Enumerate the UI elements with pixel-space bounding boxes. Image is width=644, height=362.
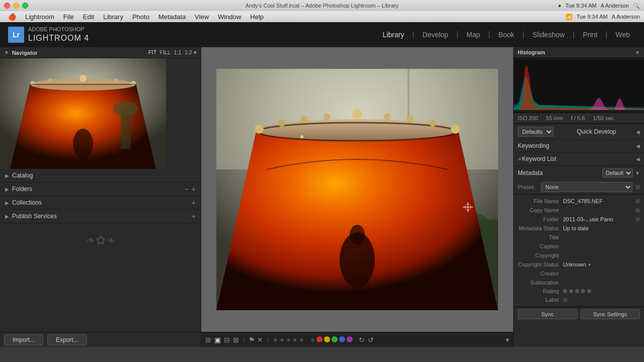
label-red[interactable] <box>316 336 323 342</box>
main-photo <box>216 69 498 310</box>
navigator-header: ▼ Navigator FIT FILL 1:1 1:2 ▾ <box>0 47 201 58</box>
menu-help[interactable]: Help <box>246 12 268 22</box>
folder-edit-btn[interactable]: ⊞ <box>635 216 640 223</box>
apple-menu[interactable]: 🍎 <box>4 13 20 21</box>
keywording-header[interactable]: Keywording ◀ <box>514 140 644 152</box>
copyright-status-chevron[interactable]: ▾ <box>588 262 591 267</box>
publish-header[interactable]: ▶ Publish Services + <box>0 210 201 223</box>
flag-btn[interactable]: ⚑ <box>249 336 255 344</box>
maximize-button[interactable] <box>22 3 28 9</box>
grid-view-btn[interactable]: ⊞ <box>205 336 211 344</box>
copy-name-edit-btn[interactable]: ⊞ <box>635 207 640 214</box>
caption-input[interactable] <box>563 243 640 249</box>
folders-plus-btn[interactable]: + <box>192 186 196 193</box>
keyword-list-label: Keyword List <box>522 155 636 162</box>
star-4[interactable]: ★ <box>292 336 298 343</box>
rating-dots <box>563 289 591 293</box>
nav-1to1[interactable]: 1:1 <box>174 49 181 56</box>
publish-plus-btn[interactable]: + <box>192 213 196 220</box>
rating-label: Rating <box>518 288 563 294</box>
keyword-list-header[interactable]: + Keyword List ◀ <box>514 152 644 165</box>
menu-file[interactable]: File <box>59 12 78 22</box>
export-button[interactable]: Export... <box>47 334 87 345</box>
preset-edit-icon[interactable]: ⊞ <box>635 184 640 191</box>
search-icon[interactable]: 🔍 <box>633 3 640 9</box>
rotate-ccw-btn[interactable]: ↺ <box>368 336 374 344</box>
title-input[interactable] <box>563 234 640 240</box>
nav-map[interactable]: Map <box>460 29 486 41</box>
loupe-view-btn[interactable]: ▣ <box>214 336 221 344</box>
rotate-cw-btn[interactable]: ↻ <box>359 336 365 344</box>
collections-header[interactable]: ▶ Collections + <box>0 196 201 209</box>
star-2[interactable]: ★ <box>279 336 285 343</box>
sublocation-value <box>563 280 640 286</box>
sublocation-input[interactable] <box>563 280 640 286</box>
creator-input[interactable] <box>563 270 640 277</box>
metadata-header[interactable]: Metadata Default ▼ <box>514 166 644 180</box>
navigator-triangle: ▼ <box>4 50 9 55</box>
star-5[interactable]: ★ <box>299 336 304 343</box>
reject-btn[interactable]: ✕ <box>257 336 263 344</box>
label-edit-btn[interactable]: ⊞ <box>563 297 568 303</box>
rating-dot-5[interactable] <box>587 289 591 293</box>
nav-develop[interactable]: Develop <box>417 29 454 41</box>
creator-value <box>563 270 640 277</box>
rating-dot-1[interactable] <box>563 289 567 293</box>
sync-settings-button[interactable]: Sync Settings <box>581 309 640 319</box>
collections-plus-btn[interactable]: + <box>192 199 196 206</box>
nav-sep-6: | <box>605 30 607 39</box>
copyright-input[interactable] <box>563 252 640 258</box>
rating-dot-3[interactable] <box>575 289 579 293</box>
nav-book[interactable]: Book <box>492 29 520 41</box>
file-name-row: File Name DSC_4785.NEF ⊞ <box>514 197 644 206</box>
sync-button[interactable]: Sync <box>518 309 578 319</box>
copyright-label: Copyright <box>518 252 563 258</box>
nav-library[interactable]: Library <box>377 29 411 41</box>
nav-fill[interactable]: FILL <box>159 49 171 56</box>
menu-metadata[interactable]: Metadata <box>154 12 190 22</box>
preset-select[interactable]: None <box>541 182 632 192</box>
label-yellow[interactable] <box>324 336 330 342</box>
folders-header[interactable]: ▶ Folders − + <box>0 183 201 196</box>
nav-fit[interactable]: FIT <box>148 49 157 56</box>
label-purple[interactable] <box>347 336 353 342</box>
nav-print[interactable]: Print <box>577 29 604 41</box>
file-name-label: File Name <box>518 198 563 204</box>
creator-row: Creator <box>514 269 644 278</box>
lr-app-name-bottom: LIGHTROOM 4 <box>28 33 89 44</box>
metadata-view-select[interactable]: Default <box>602 168 633 177</box>
quick-develop-preset-select[interactable]: Defaults <box>518 127 553 137</box>
survey-view-btn[interactable]: ⊠ <box>233 336 239 344</box>
menu-view[interactable]: View <box>191 12 213 22</box>
label-green[interactable] <box>332 336 338 342</box>
compare-view-btn[interactable]: ⊟ <box>224 336 230 344</box>
quick-develop-header[interactable]: Defaults Quick Develop ◀ <box>514 124 644 139</box>
menu-photo[interactable]: Photo <box>128 12 153 22</box>
folder-row: Folder 2011-03-...use Pano ⊞ <box>514 215 644 224</box>
folders-minus-btn[interactable]: − <box>185 186 189 193</box>
photo-view[interactable] <box>201 47 513 332</box>
caption-value <box>563 243 640 249</box>
star-3[interactable]: ★ <box>286 336 291 343</box>
star-1[interactable]: ★ <box>273 336 278 343</box>
filmstrip-toggle[interactable]: ▾ <box>506 336 509 344</box>
menu-library[interactable]: Library <box>99 12 127 22</box>
minimize-button[interactable] <box>13 3 19 9</box>
decorative-element: ❧✿❧ <box>0 223 201 257</box>
publish-section: ▶ Publish Services + <box>0 210 201 223</box>
folders-actions: − + <box>185 186 196 193</box>
nav-web[interactable]: Web <box>609 29 636 41</box>
nav-zoom[interactable]: 1:2 ▾ <box>185 49 197 56</box>
keyword-list-plus[interactable]: + <box>518 155 522 163</box>
menu-lightroom[interactable]: Lightroom <box>21 12 58 22</box>
rating-dot-2[interactable] <box>569 289 573 293</box>
file-name-edit-btn[interactable]: ⊞ <box>635 198 640 205</box>
import-button[interactable]: Import... <box>4 334 43 345</box>
close-button[interactable] <box>4 3 10 9</box>
menu-edit[interactable]: Edit <box>79 12 98 22</box>
label-blue[interactable] <box>339 336 345 342</box>
catalog-header[interactable]: ▶ Catalog <box>0 169 201 182</box>
rating-dot-4[interactable] <box>581 289 585 293</box>
nav-slideshow[interactable]: Slideshow <box>527 29 571 41</box>
menu-window[interactable]: Window <box>214 12 245 22</box>
